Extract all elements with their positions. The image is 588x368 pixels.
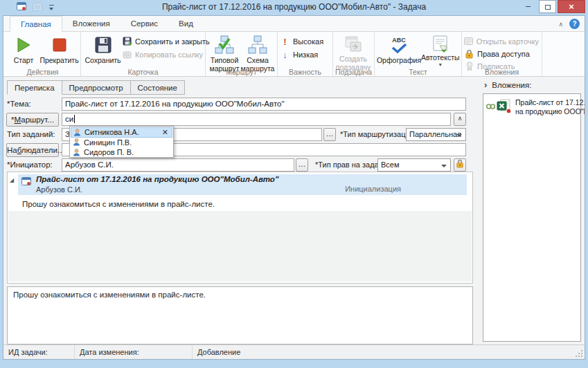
open-card-button[interactable]: Открыть карточку: [464, 36, 539, 46]
message-row[interactable]: Прайс-лист от 17.12.2016 на продукцию ОО…: [18, 174, 467, 195]
typical-route-button[interactable]: Типовой маршрут: [208, 33, 241, 67]
status-task-id: ИД задачи: 109376: [3, 345, 75, 359]
person-icon: [73, 138, 80, 146]
maximize-icon: [545, 5, 551, 10]
page-tabs: Переписка Предпросмотр Состояние: [7, 80, 184, 95]
ribbon-group-subtask: Создать подзадачу Подзадача: [333, 32, 375, 76]
lock-icon: [464, 48, 474, 59]
spelling-button[interactable]: ABC Орфография: [377, 33, 421, 67]
stop-square-icon: [52, 35, 67, 55]
ribbon-group-importance: ! Высокая ↓ Низкая Важность: [278, 32, 333, 76]
attachment-name: Прайс-лист от 17.12.201 на продукцию ООО…: [515, 98, 585, 116]
attachments-collapse-icon[interactable]: ›: [484, 81, 487, 89]
tab-sostoyanie[interactable]: Состояние: [130, 80, 185, 95]
message-editor[interactable]: Прошу ознакомиться с изменениями в прайс…: [7, 286, 473, 344]
start-play-icon: [15, 35, 32, 55]
status-mode: Добавление: [193, 345, 585, 359]
route-button[interactable]: *Маршрут...: [6, 113, 59, 127]
create-subtask-icon: [344, 35, 363, 54]
save-button[interactable]: Сохранить: [83, 33, 123, 67]
thread-empty-area: [8, 211, 472, 282]
dropdown-item[interactable]: Сидоров П. В.: [71, 147, 172, 158]
theme-label: *Тема:: [7, 98, 60, 111]
theme-input[interactable]: Прайс-лист от 17.12.2016 на продукцию ОО…: [62, 98, 466, 111]
autotexts-button[interactable]: Автотексты ▾: [421, 33, 460, 67]
excel-file-icon: [497, 99, 512, 116]
titlebar: Прайс-лист от 17.12.2016 на продукцию ОО…: [0, 0, 588, 15]
window-controls: – ×: [519, 0, 585, 13]
spelling-abc-icon: ABC: [391, 35, 407, 55]
ribbon: Старт Прекратить Действия Сохранить: [3, 32, 585, 77]
minimize-button[interactable]: –: [519, 0, 537, 13]
tree-expander-icon[interactable]: ◢: [10, 177, 14, 183]
importance-low-button[interactable]: ↓ Низкая: [280, 49, 323, 60]
main-panel: Переписка Предпросмотр Состояние *Тема: …: [3, 77, 479, 344]
high-importance-icon: !: [280, 37, 290, 47]
link-icon: [485, 103, 496, 111]
dropdown-close-icon[interactable]: ✕: [162, 128, 168, 137]
message-body: Прошу ознакомиться с изменениями в прайс…: [22, 200, 215, 208]
dropdown-item[interactable]: Синицин П.В.: [71, 138, 172, 148]
resize-grip[interactable]: [574, 349, 582, 357]
rights-type-select[interactable]: Всем: [377, 158, 451, 172]
initiator-label: *Инициатор:: [7, 158, 60, 172]
attachments-panel: › Вложения: Прайс-лист от 17.12.201 на: [479, 77, 585, 344]
route-scheme-button[interactable]: Схема маршрута: [241, 33, 274, 67]
text-caret: [74, 115, 75, 123]
maximize-button[interactable]: [539, 0, 556, 13]
initiator-input[interactable]: Арбузов С.И.: [62, 158, 294, 172]
tab-glavnaya[interactable]: Главная: [10, 16, 62, 33]
tab-servis[interactable]: Сервис: [121, 16, 168, 32]
small-lock-icon: [456, 159, 464, 168]
help-icon[interactable]: ?: [569, 19, 580, 29]
route-input[interactable]: си: [62, 113, 451, 126]
person-icon: [73, 129, 81, 136]
status-date-modified: Дата изменения:: [75, 345, 193, 359]
collapse-header-button[interactable]: ∧: [454, 113, 466, 126]
tab-perepiska[interactable]: Переписка: [7, 80, 62, 95]
initiator-picker-button[interactable]: …: [296, 158, 308, 172]
attachments-header: Вложения:: [492, 81, 531, 89]
stop-button[interactable]: Прекратить: [40, 33, 78, 67]
close-button[interactable]: ×: [558, 0, 585, 13]
person-icon: [73, 149, 80, 156]
client-area: Главная Вложения Сервис Вид ∧ ? Старт: [3, 15, 585, 360]
attachment-item[interactable]: Прайс-лист от 17.12.201 на продукцию ООО…: [485, 97, 579, 122]
importance-high-button[interactable]: ! Высокая: [280, 36, 323, 47]
open-card-icon: [464, 36, 474, 46]
rights-lock-button[interactable]: [454, 158, 466, 172]
ribbon-tab-row: Главная Вложения Сервис Вид ∧ ?: [3, 16, 585, 32]
autotexts-dropdown-arrow-icon: ▾: [439, 62, 442, 68]
tab-vlozheniya[interactable]: Вложения: [62, 16, 121, 32]
ribbon-group-text: ABC Орфография Автотексты ▾ Текст: [375, 32, 462, 76]
task-type-label: Тип заданий:: [7, 128, 60, 141]
route-scheme-icon: [247, 35, 268, 55]
content-area: Переписка Предпросмотр Состояние *Тема: …: [3, 77, 585, 344]
autotexts-icon: [431, 35, 449, 53]
task-item-icon: [21, 177, 31, 187]
ribbon-group-route: Типовой маршрут Схема маршрута Маршрут: [206, 32, 278, 76]
routing-type-select[interactable]: Параллельная: [406, 128, 466, 141]
create-subtask-button[interactable]: Создать подзадачу: [335, 33, 371, 67]
ribbon-group-attachments: Открыть карточку Права доступа Подписать: [462, 32, 542, 76]
observers-button[interactable]: Наблюдатели...: [6, 143, 59, 157]
copy-link-button[interactable]: Копировать ссылку: [123, 49, 203, 60]
tab-predprosmotr[interactable]: Предпросмотр: [62, 80, 131, 95]
ribbon-collapse-icon[interactable]: ∧: [558, 19, 563, 29]
routing-type-label: *Тип маршрутизации:: [340, 128, 416, 141]
task-window: Прайс-лист от 17.12.2016 на продукцию ОО…: [0, 0, 588, 368]
message-title: Прайс-лист от 17.12.2016 на продукцию ОО…: [36, 175, 278, 183]
task-type-picker-button[interactable]: …: [323, 128, 336, 141]
tab-vid[interactable]: Вид: [168, 16, 204, 32]
save-floppy-icon: [94, 35, 112, 55]
status-bar: ИД задачи: 109376 Дата изменения: Добавл…: [3, 344, 585, 359]
ribbon-group-actions: Старт Прекратить Действия: [5, 32, 81, 76]
message-status: Инициализация: [345, 185, 401, 193]
typical-route-icon: [214, 35, 235, 55]
save-close-icon: [123, 37, 132, 47]
low-importance-icon: ↓: [280, 50, 290, 60]
dropdown-item[interactable]: Ситникова Н.А. ✕: [71, 127, 172, 138]
access-rights-button[interactable]: Права доступа: [464, 48, 539, 59]
save-close-button[interactable]: Сохранить и закрыть: [123, 36, 203, 47]
start-button[interactable]: Старт: [7, 33, 40, 67]
